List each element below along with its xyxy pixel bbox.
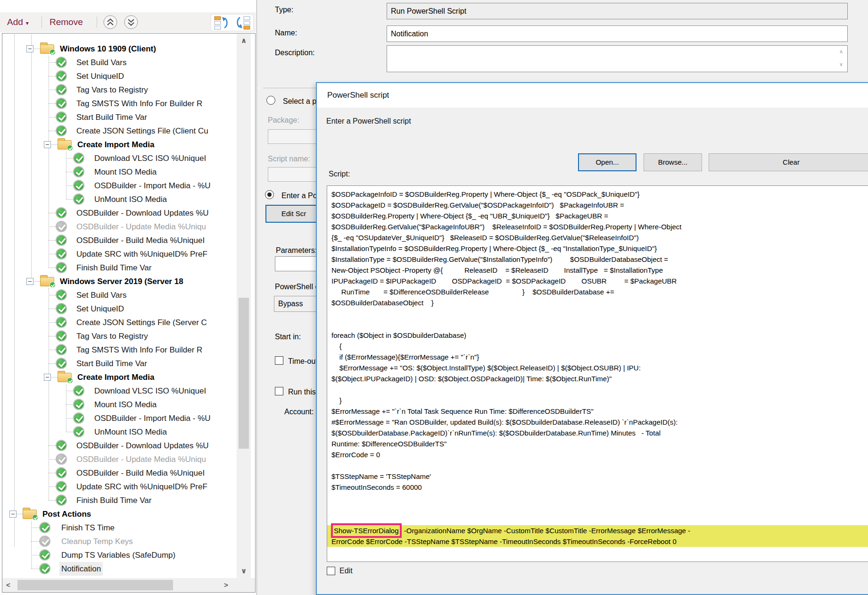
tree-collapse-toggle-icon[interactable] — [44, 374, 51, 381]
tree-step-row[interactable]: UnMount ISO Media — [2, 425, 237, 439]
tree-collapse-toggle-icon[interactable] — [9, 511, 17, 518]
tree-step-row[interactable]: OSDBuilder - Download Updates %U — [2, 439, 237, 453]
tree-step-row[interactable]: OSDBuilder - Update Media %Uniqu — [2, 220, 237, 234]
collapse-tree-icon[interactable] — [214, 16, 229, 30]
tree-step-row[interactable]: Finish Build Time Var — [2, 261, 237, 275]
enter-script-radio[interactable] — [265, 190, 274, 199]
tree-vertical-scrollbar[interactable]: ∧ ∨ — [237, 34, 251, 578]
move-down-button[interactable] — [124, 15, 139, 30]
tree-step-row[interactable]: Tag Vars to Registry — [2, 83, 237, 97]
tree-step-row[interactable]: Dump TS Variables (SafeDump) — [2, 548, 237, 562]
tree-collapse-toggle-icon[interactable] — [26, 45, 33, 52]
tree-connector-stub — [66, 418, 73, 419]
tree-step-row[interactable]: Finish Build Time Var — [2, 494, 237, 507]
tree-step-row[interactable]: Tag SMSTS With Info For Builder R — [2, 97, 237, 110]
tree-step-row[interactable]: Set Build Vars — [2, 56, 237, 69]
script-line: $InstallationType = $OSDBuilderReg.GetVa… — [331, 254, 868, 265]
dialog-titlebar[interactable]: PowerShell script — [317, 83, 868, 108]
tree-step-row[interactable]: Download VLSC ISO %UniqueI — [2, 384, 237, 398]
dropdown-caret-icon: ▾ — [26, 20, 29, 26]
tree-step-row[interactable]: UnMount ISO Media — [2, 193, 237, 206]
tree-collapse-toggle-icon[interactable] — [26, 278, 33, 285]
vertical-scroll-thumb[interactable] — [239, 298, 249, 449]
script-line — [331, 319, 868, 330]
tree-step-row[interactable]: Mount ISO Media — [2, 398, 237, 411]
tree-group-row[interactable]: Windows 10 1909 (Client) — [2, 42, 237, 56]
tree-step-row[interactable]: Notification — [2, 562, 237, 576]
scroll-up-icon[interactable]: ∧ — [237, 36, 251, 45]
type-label: Type: — [275, 6, 293, 14]
step-success-icon — [73, 180, 84, 191]
select-package-radio[interactable] — [266, 96, 275, 105]
tree-collapse-toggle-icon[interactable] — [44, 141, 51, 148]
tree-step-row[interactable]: OSDBuilder - Build Media %UniqueI — [2, 466, 237, 480]
show-tserrordialog-callout: Show-TSErrorDialog — [331, 523, 402, 538]
tree-step-row[interactable]: OSDBuilder - Update Media %Uniqu — [2, 453, 237, 466]
tree-step-row[interactable]: Create JSON Settings File (Server C — [2, 316, 237, 329]
chevron-double-up-icon — [103, 15, 118, 30]
tree-step-row[interactable]: Download VLSC ISO %UniqueI — [2, 151, 237, 165]
step-success-icon — [56, 125, 67, 136]
tree-item-label: Mount ISO Media — [94, 165, 157, 179]
tree-step-row[interactable]: Set UniqueID — [2, 302, 237, 316]
tree-step-row[interactable]: Finish TS Time — [2, 521, 237, 535]
tree-step-row[interactable]: Set UniqueID — [2, 69, 237, 83]
script-textbox[interactable]: $OSDPackageInfoID = $OSDBuilderReg.Prope… — [327, 185, 868, 562]
tree-item-label: Download VLSC ISO %UniqueI — [94, 384, 206, 398]
horizontal-scroll-thumb[interactable] — [17, 580, 173, 590]
tree-step-row[interactable]: OSDBuilder - Import Media - %U — [2, 179, 237, 193]
script-line: foreach ($Object in $OSDbuilderDatabase) — [331, 330, 868, 341]
step-disabled-icon — [56, 453, 67, 465]
name-input[interactable]: Notification — [387, 25, 848, 42]
step-success-icon — [73, 152, 84, 164]
parameters-input[interactable] — [275, 256, 322, 271]
scroll-left-icon[interactable]: < — [6, 581, 10, 589]
timeout-checkbox[interactable] — [275, 356, 283, 365]
tree-step-row[interactable]: Mount ISO Media — [2, 165, 237, 179]
edit-script-button[interactable]: Edit Scr — [265, 205, 322, 223]
tree-step-row[interactable]: Create JSON Settings File (Client Cu — [2, 124, 237, 138]
add-button[interactable]: Add▾ — [7, 12, 29, 32]
tree-group-row[interactable]: Windows Server 2019 (Server 18 — [2, 275, 237, 288]
tree-connector-stub — [49, 226, 56, 227]
name-label: Name: — [275, 29, 297, 37]
tree-connector-stub — [49, 363, 56, 364]
tree-step-row[interactable]: Start Build Time Var — [2, 110, 237, 124]
script-line: $OSDBuilderReg.GetValue("$PackageInfoUBR… — [331, 221, 868, 232]
tree-step-row[interactable]: Update SRC with %UniqueID% PreF — [2, 480, 237, 494]
script-line: $TimeoutInSeconds = 60000 — [331, 482, 868, 493]
tree-step-row[interactable]: Update SRC with %UniqueID% PreF — [2, 247, 237, 261]
tree-step-row[interactable]: Tag Vars to Registry — [2, 329, 237, 343]
tree-step-row[interactable]: Cleanup Temp Keys — [2, 535, 237, 548]
remove-button[interactable]: Remove — [50, 12, 83, 32]
scroll-down-icon[interactable]: ∨ — [839, 61, 843, 67]
run-step-checkbox[interactable] — [275, 387, 283, 395]
script-line — [331, 384, 868, 395]
tree-step-row[interactable]: Start Build Time Var — [2, 357, 237, 370]
scroll-up-icon[interactable]: ∧ — [839, 49, 843, 55]
edit-checkbox[interactable] — [327, 567, 335, 575]
tree-item-label: Notification — [59, 562, 103, 576]
tree-step-row[interactable]: Set Build Vars — [2, 288, 237, 302]
scroll-right-icon[interactable]: > — [224, 581, 228, 589]
policy-dropdown[interactable]: Bypass — [274, 296, 322, 312]
tree-group-row[interactable]: Create Import Media — [2, 138, 237, 151]
description-input[interactable] — [387, 45, 848, 72]
tree-group-row[interactable]: Post Actions — [2, 507, 237, 521]
script-line: } — [331, 395, 868, 406]
tree-step-row[interactable]: OSDBuilder - Import Media - %U — [2, 411, 237, 425]
tree-step-row[interactable]: OSDBuilder - Download Updates %U — [2, 206, 237, 220]
tree-group-row[interactable]: Create Import Media — [2, 370, 237, 384]
script-name-field — [268, 167, 320, 182]
move-up-button[interactable] — [103, 15, 118, 30]
tree-step-row[interactable]: Tag SMSTS With Info For Builder R — [2, 343, 237, 357]
tree-step-row[interactable]: OSDBuilder - Build Media %UniqueI — [2, 234, 237, 247]
tree-horizontal-scrollbar[interactable]: < > — [2, 578, 237, 592]
browse-button[interactable]: Browse... — [644, 153, 702, 171]
clear-button[interactable]: Clear — [709, 153, 868, 171]
step-success-icon — [56, 494, 67, 506]
open-button[interactable]: Open... — [578, 153, 637, 171]
expand-tree-icon[interactable] — [235, 16, 250, 30]
step-success-icon — [73, 166, 84, 177]
scroll-down-icon[interactable]: ∨ — [237, 567, 251, 575]
